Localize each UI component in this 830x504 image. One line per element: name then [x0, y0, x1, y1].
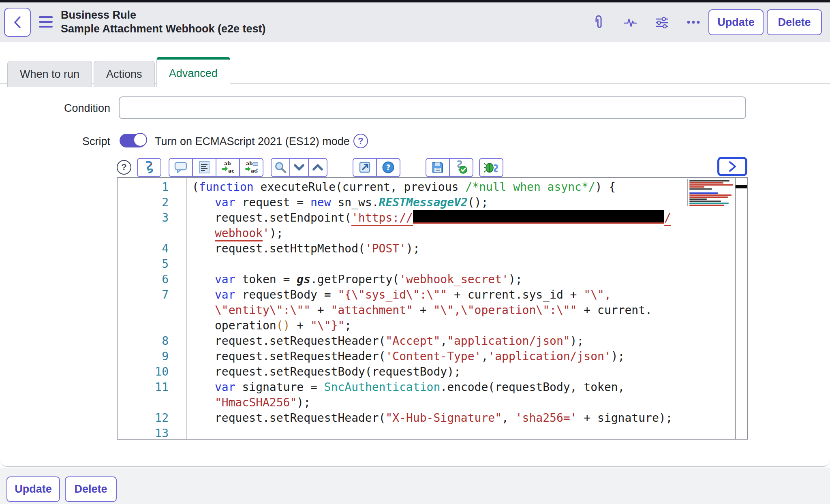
search-button[interactable] [271, 158, 290, 177]
scrollbar-thumb[interactable] [736, 185, 747, 188]
line-number [118, 226, 186, 241]
line-number: 4 [118, 241, 186, 256]
editor-minimap [687, 179, 735, 206]
chevron-up-icon [312, 164, 323, 171]
debug-button[interactable] [479, 158, 503, 177]
replace-button[interactable]: ab ac [216, 158, 240, 177]
replace-all-icon: ab ac [244, 160, 258, 174]
popout-icon [359, 161, 371, 173]
find-previous-button[interactable] [308, 158, 327, 177]
code-row: 8request.setRequestHeader("Accept","appl… [118, 333, 735, 349]
redacted-url [413, 210, 664, 224]
condition-input[interactable] [119, 96, 746, 119]
script-ribbon-icon [143, 160, 155, 174]
editor-toolbar: ? [117, 158, 511, 177]
chevron-left-icon [12, 15, 23, 29]
code-row: 3request.setEndpoint('https:/// [118, 210, 735, 226]
open-in-window-button[interactable] [353, 158, 377, 177]
line-number: 13 [118, 426, 186, 440]
back-button[interactable] [4, 8, 31, 37]
es-mode-help-icon[interactable]: ? [353, 134, 368, 148]
expand-editor-button[interactable] [717, 157, 747, 176]
format-code-button[interactable] [192, 158, 216, 177]
code-row: 5 [118, 256, 735, 272]
replace-icon: ab ac [221, 160, 235, 174]
syntax-highlight-button[interactable] [137, 158, 161, 177]
code-row: 4request.setHttpMethod('POST'); [118, 241, 735, 256]
line-number: 6 [118, 272, 186, 287]
editor-scrollbar[interactable] [735, 178, 747, 439]
save-floppy-icon [432, 161, 444, 173]
activity-stream-icon[interactable] [623, 15, 637, 29]
tab-advanced[interactable]: Advanced [156, 57, 230, 87]
code-row: 10request.setRequestBody(requestBody); [118, 364, 735, 380]
line-number: 1 [118, 179, 186, 195]
line-number: 7 [118, 287, 186, 303]
delete-button-bottom[interactable]: Delete [65, 476, 117, 502]
svg-text:ac: ac [228, 168, 234, 174]
line-number: 8 [118, 333, 186, 349]
script-editor[interactable]: 1(function executeRule(current, previous… [117, 177, 748, 440]
line-number: 10 [118, 364, 186, 380]
code-row: 12request.setRequestHeader("X-Hub-Signat… [118, 410, 735, 426]
toggle-comment-button[interactable] [169, 158, 193, 177]
line-number [118, 303, 186, 318]
replace-all-button[interactable]: ab ac [239, 158, 263, 177]
header-icon-bar [592, 2, 700, 42]
attachment-icon[interactable] [592, 15, 605, 29]
svg-text:ab: ab [246, 161, 253, 167]
svg-text:ab: ab [224, 161, 231, 167]
line-number [118, 318, 186, 333]
save-button[interactable] [426, 158, 450, 177]
tab-label: When to run [20, 68, 79, 81]
editor-help-button[interactable]: ? [376, 158, 400, 177]
line-number: 5 [118, 256, 186, 272]
help-icon[interactable]: ? [117, 160, 131, 175]
line-number: 12 [118, 410, 186, 426]
tab-label: Actions [106, 68, 142, 81]
business-rule-form: Business Rule Sample Attachment Webhook … [0, 0, 830, 504]
tab-bar: When to run Actions Advanced [7, 57, 232, 87]
code-row: \"entity\":\"" + "attachment" + "\",\"op… [118, 303, 735, 318]
code-row: 2var request = new sn_ws.RESTMessageV2()… [118, 195, 735, 210]
toggle-knob [133, 133, 147, 147]
update-button-bottom[interactable]: Update [6, 476, 60, 502]
line-number: 11 [118, 380, 186, 395]
line-number: 9 [118, 349, 186, 364]
comment-bubble-icon [174, 161, 187, 173]
line-number: 2 [118, 195, 186, 210]
es-mode-label: Turn on ECMAScript 2021 (ES12) mode [155, 135, 350, 148]
code-row: 7var requestBody = "{\"sys_id\":\"" + cu… [118, 287, 735, 303]
record-type: Business Rule [61, 8, 266, 22]
code-row: webhook'); [118, 226, 735, 241]
tab-actions[interactable]: Actions [94, 61, 155, 87]
code-row: 11var signature = SncAuthentication.enco… [118, 380, 735, 395]
chevron-right-icon [727, 160, 738, 173]
more-options-icon[interactable] [687, 15, 700, 29]
script-label: Script [4, 135, 110, 148]
record-title: Business Rule Sample Attachment Webhook … [61, 8, 266, 36]
help-filled-icon: ? [382, 161, 395, 174]
bug-icon [484, 160, 498, 174]
hamburger-menu-icon[interactable] [39, 16, 53, 28]
update-button[interactable]: Update [708, 9, 764, 35]
script-check-icon [454, 160, 468, 174]
tab-when-to-run[interactable]: When to run [7, 61, 92, 87]
find-next-button[interactable] [289, 158, 309, 177]
delete-button[interactable]: Delete [767, 9, 822, 35]
tab-label: Advanced [169, 67, 218, 80]
footer-bar: Update Delete [0, 468, 830, 504]
chevron-down-icon [294, 164, 304, 171]
personalize-icon[interactable] [655, 15, 669, 29]
line-number [118, 395, 186, 410]
code-row: operation() + "\"}"; [118, 318, 735, 333]
code-row: "HmacSHA256"); [118, 395, 735, 410]
code-row: 9request.setRequestHeader('Content-Type'… [118, 349, 735, 364]
record-header: Business Rule Sample Attachment Webhook … [0, 2, 830, 42]
condition-label: Condition [4, 102, 110, 115]
es-mode-toggle[interactable] [120, 134, 146, 147]
code-row: 1(function executeRule(current, previous… [118, 179, 735, 195]
code-row: 13 [118, 426, 735, 440]
syntax-check-button[interactable] [449, 158, 473, 177]
format-document-icon [199, 161, 210, 174]
